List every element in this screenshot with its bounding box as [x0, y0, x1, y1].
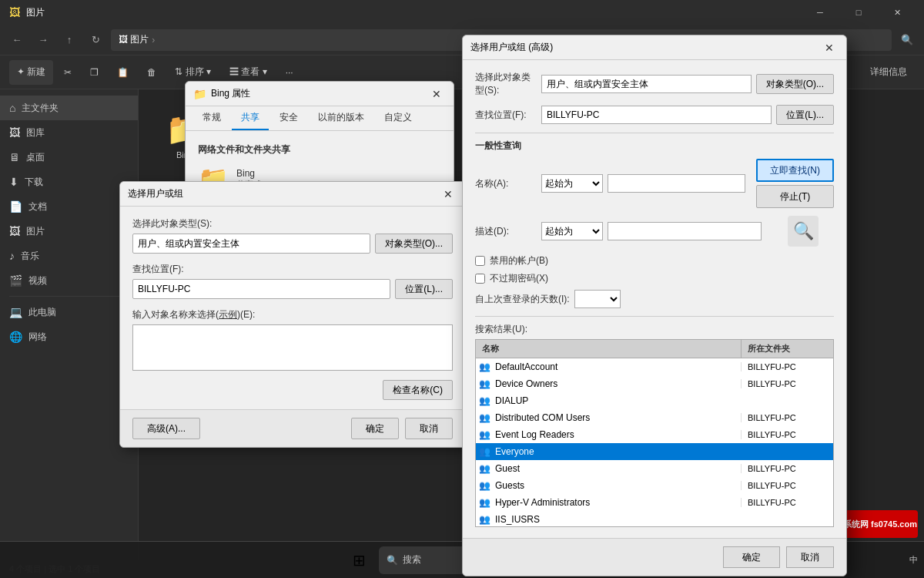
result-name: Everyone	[494, 446, 741, 457]
new-button[interactable]: ✦ 新建	[9, 60, 53, 85]
location-button[interactable]: 位置(L)...	[395, 279, 453, 299]
result-item[interactable]: 👥 Event Log Readers BILLYFU-PC	[476, 426, 833, 443]
result-item[interactable]: 👥 IIS_IUSRS	[476, 511, 833, 527]
select-user-close[interactable]: ✕	[439, 185, 457, 203]
sidebar-item-docs-label: 文档	[28, 200, 47, 213]
result-name: Guests	[494, 480, 741, 491]
desktop-icon: 🖥	[9, 151, 20, 163]
result-item[interactable]: 👥 Everyone	[476, 443, 833, 460]
result-location: BILLYFU-PC	[741, 430, 833, 439]
result-item[interactable]: 👥 Guests BILLYFU-PC	[476, 477, 833, 494]
result-item[interactable]: 👥 Device Owners BILLYFU-PC	[476, 375, 833, 392]
tab-previous[interactable]: 以前的版本	[309, 106, 373, 130]
adv-location-row: 查找位置(F): 位置(L)...	[475, 105, 834, 125]
bing-dialog-close[interactable]: ✕	[427, 85, 446, 103]
check-name-button[interactable]: 检查名称(C)	[383, 380, 453, 400]
select-user-buttons: 高级(A)... 确定 取消	[120, 409, 465, 447]
result-item[interactable]: 👥 DefaultAccount BILLYFU-PC	[476, 358, 833, 375]
result-location: BILLYFU-PC	[741, 413, 833, 422]
result-name: IIS_IUSRS	[494, 514, 741, 525]
result-item[interactable]: 👥 Distributed COM Users BILLYFU-PC	[476, 409, 833, 426]
location-input[interactable]	[132, 279, 390, 299]
detail-button[interactable]: 详细信息	[862, 60, 915, 85]
paste-button[interactable]: 📋	[109, 60, 136, 85]
minimize-button[interactable]: ─	[802, 0, 838, 25]
adv-object-type-input[interactable]	[541, 75, 752, 93]
tab-general[interactable]: 常规	[193, 106, 230, 130]
select-user-content: 选择此对象类型(S): 对象类型(O)... 查找位置(F): 位置(L)...…	[120, 207, 465, 400]
preview-name: Bing	[236, 168, 262, 179]
select-user-dialog: 选择用户或组 ✕ 选择此对象类型(S): 对象类型(O)... 查找位置(F):…	[119, 181, 466, 448]
sidebar-item-network[interactable]: 🌐 网络	[0, 324, 138, 349]
input-name-label: 输入对象名称来选择(示例)(E):	[132, 308, 453, 321]
cut-button[interactable]: ✂	[56, 60, 79, 85]
object-type-button[interactable]: 对象类型(O)...	[375, 234, 453, 254]
search-button[interactable]: 🔍	[896, 29, 918, 51]
sidebar-item-home[interactable]: ⌂ 主文件夹	[0, 96, 138, 120]
sidebar-item-videos[interactable]: 🎬 视频	[0, 268, 138, 293]
up-button[interactable]: ↑	[59, 29, 80, 51]
sidebar-item-gallery[interactable]: 🖼 图库	[0, 120, 138, 145]
adv-days-select[interactable]	[574, 290, 621, 308]
result-item[interactable]: 👥 DIALUP	[476, 392, 833, 409]
col-name-header: 名称	[476, 340, 741, 358]
adv-dialog-buttons: 确定 取消	[463, 538, 846, 576]
input-name-row: 输入对象名称来选择(示例)(E): 检查名称(C)	[132, 308, 453, 400]
adv-noexpiry-row: 不过期密码(X)	[475, 272, 834, 285]
sidebar-divider	[9, 296, 129, 297]
sidebar-item-docs[interactable]: 📄 文档	[0, 194, 138, 219]
advanced-button[interactable]: 高级(A)...	[132, 418, 200, 439]
result-icon: 👥	[479, 395, 490, 406]
result-icon: 👥	[479, 446, 490, 457]
copy-button[interactable]: ❐	[82, 60, 106, 85]
sidebar-item-music[interactable]: ♪ 音乐	[0, 244, 138, 268]
adv-dialog-titlebar: 选择用户或组 (高级) ✕	[463, 35, 846, 60]
object-name-input[interactable]	[132, 324, 453, 371]
adv-days-label: 自上次查登录的天数(I):	[475, 293, 570, 306]
result-name: Event Log Readers	[494, 429, 741, 440]
adv-desc-input[interactable]	[608, 222, 762, 240]
adv-location-input[interactable]	[541, 106, 772, 124]
back-button[interactable]: ←	[6, 29, 28, 51]
adv-name-select[interactable]: 起始为	[541, 174, 603, 193]
disabled-accounts-checkbox[interactable]	[475, 256, 485, 266]
sidebar-item-pictures[interactable]: 🖼 图片	[0, 219, 138, 244]
delete-button[interactable]: 🗑	[139, 60, 164, 85]
adv-desc-select[interactable]: 起始为	[541, 222, 603, 240]
object-type-input[interactable]	[132, 234, 370, 254]
start-button[interactable]: ⊞	[342, 543, 376, 577]
adv-ok-button[interactable]: 确定	[723, 546, 780, 568]
result-item[interactable]: 👥 Guest BILLYFU-PC	[476, 460, 833, 477]
sidebar-item-desktop[interactable]: 🖥 桌面	[0, 145, 138, 170]
search-illustration: 🔍	[788, 216, 819, 247]
adv-name-input[interactable]	[608, 174, 745, 193]
result-location: BILLYFU-PC	[741, 464, 833, 473]
maximize-button[interactable]: □	[841, 0, 876, 25]
forward-button[interactable]: →	[32, 29, 54, 51]
select-ok-button[interactable]: 确定	[351, 418, 399, 439]
result-item[interactable]: 👥 Hyper-V Administrators BILLYFU-PC	[476, 494, 833, 511]
results-list[interactable]: 👥 DefaultAccount BILLYFU-PC 👥 Device Own…	[475, 358, 834, 527]
adv-name-row: 名称(A): 起始为 立即查找(N) 停止(T)	[475, 159, 834, 208]
tab-share[interactable]: 共享	[232, 106, 269, 130]
gallery-icon: 🖼	[9, 126, 20, 139]
search-bar[interactable]: 🔍 搜索	[379, 546, 471, 574]
tab-custom[interactable]: 自定义	[375, 106, 421, 130]
stop-button[interactable]: 停止(T)	[756, 185, 834, 208]
refresh-button[interactable]: ↻	[85, 29, 106, 51]
close-button[interactable]: ✕	[879, 0, 915, 25]
find-now-button[interactable]: 立即查找(N)	[756, 159, 834, 182]
location-input-row: 位置(L)...	[132, 279, 453, 299]
adv-dialog-close[interactable]: ✕	[820, 39, 839, 57]
adv-object-type-button[interactable]: 对象类型(O)...	[756, 74, 834, 94]
adv-location-button[interactable]: 位置(L)...	[776, 105, 834, 125]
adv-disabled-row: 禁用的帐户(B)	[475, 254, 834, 267]
advanced-select-dialog: 选择用户或组 (高级) ✕ 选择此对象类型(S): 对象类型(O)... 查找位…	[462, 35, 847, 576]
noexpiry-checkbox[interactable]	[475, 274, 485, 284]
sidebar-item-downloads[interactable]: ⬇ 下载	[0, 170, 138, 194]
sidebar-item-thispc[interactable]: 💻 此电脑	[0, 300, 138, 324]
adv-cancel-button[interactable]: 取消	[786, 546, 834, 568]
tab-security[interactable]: 安全	[270, 106, 307, 130]
select-cancel-button[interactable]: 取消	[405, 418, 453, 439]
downloads-icon: ⬇	[9, 176, 18, 188]
